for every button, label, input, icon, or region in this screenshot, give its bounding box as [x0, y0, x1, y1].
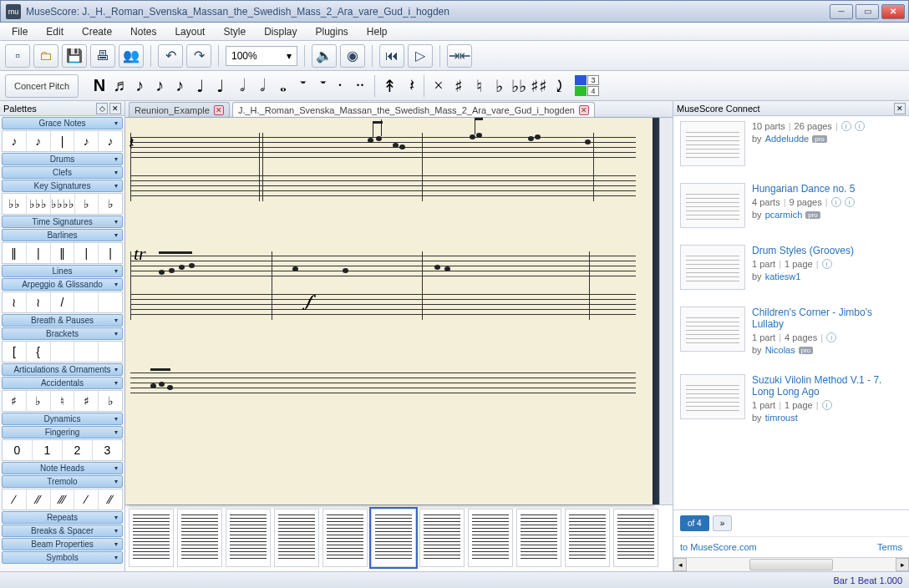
natural-button[interactable]: ♮	[470, 74, 488, 98]
duration-quarter2-button[interactable]: ♩	[211, 74, 229, 98]
connect-item-title[interactable]: Hungarian Dance no. 5	[752, 183, 902, 195]
pager-current[interactable]: of 4	[680, 515, 709, 531]
navigator-page[interactable]	[516, 509, 561, 567]
duration-16th-button[interactable]: ♪	[150, 74, 169, 98]
connect-thumbnail[interactable]	[680, 245, 745, 290]
voice-4-button[interactable]: 4	[587, 86, 599, 96]
palette-cell[interactable]: ≀	[3, 292, 27, 312]
palette-cell[interactable]: ∕	[3, 489, 27, 509]
palette-category-barlines[interactable]: Barlines	[2, 229, 123, 241]
palette-cell[interactable]: /	[51, 292, 75, 312]
palette-cell[interactable]: |	[51, 131, 75, 151]
info-icon[interactable]: i	[822, 400, 832, 410]
connect-item-author[interactable]: katiesw1	[765, 271, 801, 281]
navigator-page[interactable]	[565, 509, 610, 567]
duration-quarter-button[interactable]: ♩	[190, 74, 209, 98]
window-maximize-button[interactable]: ▭	[856, 4, 879, 19]
connect-horizontal-scrollbar[interactable]: ◂ ▸	[673, 557, 909, 571]
scroll-right-button[interactable]: ▸	[896, 558, 909, 571]
connect-item-author[interactable]: Nicolas	[765, 345, 795, 355]
print-button[interactable]: 🖶	[90, 44, 115, 68]
navigator-page[interactable]	[129, 509, 174, 567]
connect-thumbnail[interactable]	[680, 307, 745, 352]
palette-cell[interactable]: ♮	[51, 391, 75, 411]
connect-thumbnail[interactable]	[680, 183, 745, 228]
undo-button[interactable]: ↶	[158, 44, 183, 68]
connect-item-author[interactable]: Addeludde	[765, 134, 810, 144]
navigator-panel[interactable]	[125, 504, 673, 571]
palette-cell[interactable]: ♭♭♭	[27, 194, 51, 214]
palette-category-clefs[interactable]: Clefs	[2, 166, 123, 179]
duration-half-button[interactable]: 𝅗𝅥	[231, 74, 249, 98]
palette-category-brackets[interactable]: Brackets	[2, 327, 123, 340]
palette-cell[interactable]: ‖	[51, 243, 75, 263]
play-button[interactable]: ▷	[408, 44, 433, 68]
palette-cell[interactable]: ♪	[3, 131, 27, 151]
zoom-combo[interactable]: 100% ▾	[226, 46, 297, 66]
palette-category-tremolo[interactable]: Tremolo	[2, 475, 123, 488]
menu-file[interactable]: File	[3, 24, 36, 39]
menu-help[interactable]: Help	[358, 24, 396, 39]
palette-category-grace-notes[interactable]: Grace Notes	[2, 117, 123, 129]
window-minimize-button[interactable]: ─	[830, 4, 853, 19]
navigator-page[interactable]	[468, 509, 513, 567]
connect-site-link[interactable]: to MuseScore.com	[680, 542, 757, 552]
palette-cell[interactable]	[74, 292, 99, 312]
palette-cell[interactable]: ♭	[99, 391, 122, 411]
repeat-button[interactable]: ⇥⇤	[447, 44, 472, 68]
palette-category-time-signatures[interactable]: Time Signatures	[2, 215, 123, 228]
palette-cell[interactable]: 1	[33, 440, 63, 460]
note-input-mode-button[interactable]: N	[90, 74, 109, 98]
palette-cell[interactable]: |	[27, 243, 51, 263]
menu-edit[interactable]: Edit	[38, 24, 72, 39]
palette-cell[interactable]: 2	[63, 440, 93, 460]
scrollbar-thumb[interactable]	[749, 559, 833, 570]
info-icon[interactable]: i	[822, 259, 832, 269]
palette-cell[interactable]: ♯	[3, 391, 27, 411]
palette-cell[interactable]: ♪	[74, 131, 99, 151]
palette-category-beam-properties[interactable]: Beam Properties	[2, 538, 123, 550]
duration-longa-button[interactable]: 𝄻	[311, 74, 329, 98]
palette-cell[interactable]: ∕∕∕	[51, 489, 75, 509]
palette-cell[interactable]: ♪	[99, 131, 122, 151]
palette-cell[interactable]: ♯	[74, 391, 99, 411]
tab-close-icon[interactable]: ✕	[579, 105, 589, 115]
pager-next[interactable]: »	[713, 515, 733, 531]
connect-list[interactable]: 10 parts|26 pages|iibyAddeluddeproHungar…	[673, 116, 909, 510]
concert-pitch-button[interactable]: Concert Pitch	[5, 74, 79, 98]
palette-cell[interactable]: ♭♭	[3, 194, 27, 214]
info-icon[interactable]: i	[831, 197, 841, 207]
palette-cell[interactable]: ‖	[3, 243, 27, 263]
palette-cell[interactable]	[99, 342, 122, 362]
navigator-page[interactable]	[419, 509, 465, 567]
connect-close-button[interactable]: ✕	[894, 103, 906, 114]
rewind-button[interactable]: ⏮	[379, 44, 404, 68]
connect-item-title[interactable]: Suzuki Vilolin Method V.1 - 7. Long Long…	[752, 374, 902, 398]
open-button[interactable]: 🗀	[33, 44, 58, 68]
palette-cell[interactable]: ♭	[99, 194, 122, 214]
info-icon[interactable]: i	[826, 332, 836, 342]
navigator-page[interactable]	[226, 509, 271, 567]
navigator-page[interactable]	[274, 509, 319, 567]
connect-item[interactable]: 10 parts|26 pages|iibyAddeluddepro	[673, 116, 909, 178]
double-flat-button[interactable]: ♭♭	[510, 74, 528, 98]
navigator-page[interactable]	[613, 509, 658, 567]
menu-display[interactable]: Display	[256, 24, 305, 39]
info-icon[interactable]: i	[855, 121, 865, 131]
palette-cell[interactable]: ∕∕	[27, 489, 51, 509]
connect-thumbnail[interactable]	[680, 121, 745, 166]
palette-cell[interactable]: {	[27, 342, 51, 362]
sound-button[interactable]: 🔈	[312, 44, 337, 68]
palette-cell[interactable]: ♭♭♭♭	[51, 194, 75, 214]
palette-cell[interactable]	[51, 342, 75, 362]
redo-button[interactable]: ↷	[186, 44, 211, 68]
info-icon[interactable]: i	[841, 121, 851, 131]
double-sharp2-button[interactable]: ♯♯	[530, 74, 548, 98]
tie-button[interactable]: ↟	[380, 74, 399, 98]
palettes-float-button[interactable]: ◇	[96, 103, 108, 114]
palette-cell[interactable]: 3	[93, 440, 122, 460]
save-button[interactable]: 💾	[62, 44, 87, 68]
palette-cell[interactable]: ≀	[27, 292, 51, 312]
tab-roman-svenska[interactable]: J._H._Roman_Svenska_Massan_the_Swedish_M…	[232, 102, 595, 117]
connect-item[interactable]: Suzuki Vilolin Method V.1 - 7. Long Long…	[673, 369, 909, 437]
